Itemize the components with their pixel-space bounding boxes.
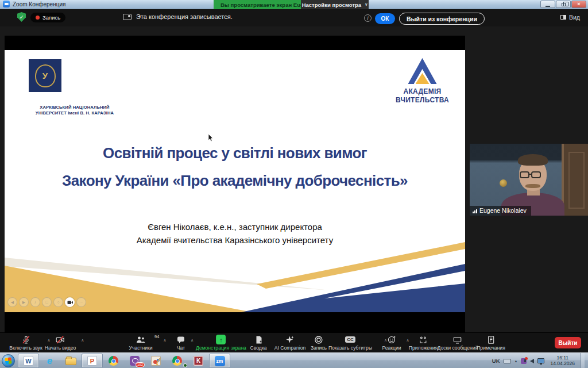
zoom-toolbar: ∧ Включить звук ∧ Начать видео [0, 332, 588, 352]
system-tray: UK ▲ 16:11 14.04.2026 [492, 353, 588, 368]
pen-tool-button[interactable]: / [30, 297, 40, 307]
zoom-slide-button[interactable]: ○ [53, 297, 63, 307]
close-button[interactable]: × [571, 1, 586, 8]
meeting-top-bar: ✓ Запись Эта конференция записывается. i… [0, 9, 588, 26]
ai-companion-icon [274, 335, 305, 344]
prev-slide-button[interactable]: ◀ [7, 297, 17, 307]
toolbar-label: Запись [311, 345, 327, 351]
record-button[interactable]: Запись [311, 335, 327, 351]
apps-button[interactable]: Приложения [409, 335, 438, 351]
participants-button[interactable]: 94 ∧ Участники [129, 335, 152, 351]
screen: Zoom Конференция Вы просматриваете экран… [0, 0, 588, 368]
clock[interactable]: 16:11 14.04.2026 [548, 355, 577, 366]
volume-icon[interactable] [530, 359, 534, 363]
show-hidden-icons[interactable]: ▲ [514, 359, 518, 363]
chevron-up-icon[interactable]: ∧ [163, 338, 166, 343]
toolbar-label: Сводка [250, 345, 266, 351]
show-slides-button[interactable]: □ [42, 297, 52, 307]
more-controls-button[interactable]: ⋯ [76, 297, 86, 307]
university-logo: У ХАРКІВСЬКИЙ НАЦІОНАЛЬНИЙ УНІВЕРСИТЕТ і… [29, 59, 61, 92]
person-hair [518, 154, 548, 166]
taskbar-red-app[interactable]: K [188, 354, 209, 368]
taskbar-apps: W e P 102 [18, 354, 230, 368]
view-layout-icon [560, 15, 566, 20]
window-controls: × [540, 1, 586, 8]
keyboard-icon[interactable] [504, 359, 511, 363]
toolbar-label: Чат [176, 345, 185, 351]
internet-explorer-icon: e [47, 355, 52, 367]
taskbar-internet-explorer[interactable]: e [39, 354, 60, 368]
toolbar-label: Примечания [477, 345, 505, 351]
person-glasses-right [531, 171, 541, 178]
red-app-icon: K [194, 356, 203, 366]
captions-icon: CC ∧ [328, 335, 372, 344]
mouse-cursor [208, 134, 213, 142]
mic-muted-icon: ∧ [9, 335, 42, 344]
taskbar-paint[interactable] [145, 354, 167, 368]
presentation-slide: У ХАРКІВСЬКИЙ НАЦІОНАЛЬНИЙ УНІВЕРСИТЕТ і… [5, 50, 465, 312]
taskbar-chrome[interactable] [103, 354, 124, 368]
recording-indicator-label: Запись [42, 14, 60, 21]
view-settings-menu[interactable]: Настройки просмотра ∨ [301, 0, 369, 9]
network-icon[interactable] [537, 358, 544, 363]
summary-button[interactable]: Сводка [250, 335, 266, 351]
ok-button[interactable]: ОК [375, 13, 395, 24]
taskbar-word[interactable]: W [18, 354, 39, 368]
language-indicator[interactable]: UK [492, 358, 500, 364]
academy-name-line1: АКАДЕМІЯ [381, 87, 464, 96]
leave-conference-button[interactable]: Выйти из конференции [399, 13, 485, 25]
person-glasses-left [520, 171, 529, 178]
taskbar-chrome-profile[interactable] [167, 354, 188, 368]
view-settings-label: Настройки просмотра [302, 2, 361, 8]
taskbar-zoom[interactable]: zm [209, 354, 230, 368]
notes-icon [477, 335, 505, 344]
record-icon [311, 335, 327, 344]
arrow-up-icon: ↑ [216, 335, 226, 344]
university-name: ХАРКІВСЬКИЙ НАЦІОНАЛЬНИЙ УНІВЕРСИТЕТ іме… [17, 105, 132, 116]
toolbar-label: Начать видео [45, 345, 76, 351]
screen-recording-icon [123, 14, 131, 20]
camera-control-button[interactable] [65, 297, 75, 307]
leave-button[interactable]: Выйти [555, 337, 581, 348]
word-icon: W [24, 356, 33, 366]
folder-icon [65, 358, 76, 365]
restore-button[interactable] [556, 1, 571, 8]
reactions-button[interactable]: ∧ Реакции [382, 335, 401, 351]
summary-icon [250, 335, 266, 344]
toolbar-label: AI Companion [274, 345, 305, 351]
participant-video-tile[interactable]: Eugene Nikolaiev [470, 144, 588, 216]
viber-badge: 102 [136, 362, 145, 367]
video-door [562, 144, 588, 216]
slide-author-line1: Євген Ніколаєв, к.е.н., заступник директ… [5, 220, 465, 233]
person-glasses-bridge [529, 174, 532, 175]
participant-name-label: Eugene Nikolaiev [470, 206, 531, 216]
ai-companion-button[interactable]: AI Companion [274, 335, 305, 351]
whiteboards-button[interactable]: Доски сообщений [438, 335, 478, 351]
next-slide-button[interactable]: ▶ [19, 297, 29, 307]
show-desktop-button[interactable] [581, 353, 585, 368]
shared-screen: У ХАРКІВСЬКИЙ НАЦІОНАЛЬНИЙ УНІВЕРСИТЕТ і… [5, 36, 465, 332]
chrome-icon [109, 356, 118, 366]
chevron-up-icon[interactable]: ∧ [81, 338, 84, 343]
view-button[interactable]: Вид [560, 14, 580, 21]
encryption-shield-icon[interactable]: ✓ [17, 12, 26, 22]
notes-button[interactable]: Примечания [477, 335, 505, 351]
video-wall-ornament [500, 179, 507, 187]
chat-button[interactable]: ∧ Чат [176, 335, 185, 351]
minimize-button[interactable] [540, 1, 555, 8]
taskbar-viber[interactable]: 102 [124, 354, 145, 368]
camera-muted-icon: ∧ [45, 335, 76, 344]
info-icon[interactable]: i [364, 14, 372, 22]
taskbar-file-explorer[interactable] [60, 354, 82, 368]
slide-author: Євген Ніколаєв, к.е.н., заступник директ… [5, 220, 465, 247]
chevron-up-icon[interactable]: ∧ [191, 338, 194, 343]
taskbar-powerpoint[interactable]: P [82, 354, 103, 368]
chrome-icon [172, 356, 182, 366]
toolbar-label: Доски сообщений [438, 345, 478, 351]
unmute-button[interactable]: ∧ Включить звук [9, 335, 42, 351]
academy-logo: АКАДЕМІЯ ВЧИТЕЛЬСТВА [381, 58, 464, 105]
captions-button[interactable]: CC ∧ Показать субтитры [328, 335, 372, 351]
share-screen-button[interactable]: ↑ Демонстрация экрана [196, 335, 246, 351]
start-button[interactable] [2, 354, 15, 367]
start-video-button[interactable]: ∧ Начать видео [45, 335, 76, 351]
